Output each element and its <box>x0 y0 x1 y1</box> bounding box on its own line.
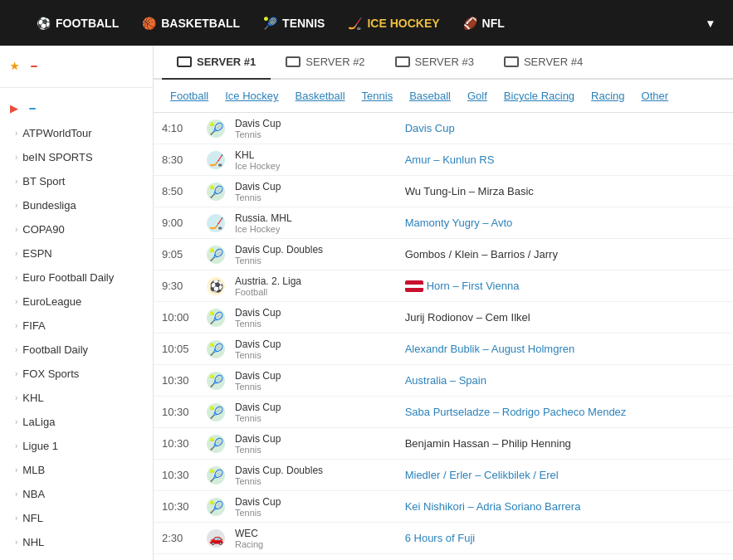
match-link[interactable]: Saba Purtseladze – Rodrigo Pacheco Mende… <box>405 406 627 418</box>
match-link[interactable]: Horn – First Vienna <box>427 280 520 292</box>
competition-name: KHL <box>235 149 392 161</box>
match-info: Miedler / Erler – Celikbilek / Erel <box>398 469 725 481</box>
nav-item-football[interactable]: ⚽FOOTBALL <box>25 0 130 46</box>
channel-label: Bundesliga <box>22 199 76 212</box>
sidebar-channel-euroleague[interactable]: ›EuroLeague <box>0 290 153 314</box>
channel-label: NHL <box>22 536 44 548</box>
sidebar-channel-euro-football-daily[interactable]: ›Euro Football Daily <box>0 265 153 290</box>
sport-ball-icon: ⚽ <box>207 277 225 295</box>
match-link[interactable]: Mamonty Yugry – Avto <box>405 217 513 229</box>
sport-icon-col: 🏒 <box>203 151 228 169</box>
match-info: Gombos / Klein – Barrios / Jarry <box>398 248 725 261</box>
sidebar-channel-laliga[interactable]: ›LaLiga <box>0 410 153 434</box>
sidebar-channel-fox-sports[interactable]: ›FOX Sports <box>0 362 153 386</box>
sport-filter-golf[interactable]: Golf <box>459 86 496 105</box>
server-tab-s4[interactable]: SERVER #4 <box>489 46 598 80</box>
match-link[interactable]: Kei Nishikori – Adria Soriano Barrera <box>405 500 581 513</box>
sport-type: Tennis <box>235 256 392 265</box>
match-text: Benjamin Hassan – Philip Henning <box>405 437 571 450</box>
competition-name: Austria. 2. Liga <box>235 275 392 287</box>
schedule-row: 10:30 🎾 Davis Cup Tennis Australia – Spa… <box>154 365 733 397</box>
sport-filter-bicycle-racing[interactable]: Bicycle Racing <box>496 86 583 105</box>
sport-ball-icon: 🎾 <box>207 183 225 201</box>
arrow-icon: › <box>15 393 17 402</box>
sport-filter-racing[interactable]: Racing <box>583 86 633 105</box>
competition-name: Davis Cup <box>235 433 392 445</box>
sidebar-channel-khl[interactable]: ›KHL <box>0 386 153 410</box>
channel-label: NBA <box>22 488 45 500</box>
schedule-row: 10:30 🎾 Davis Cup Tennis Saba Purtseladz… <box>154 397 733 428</box>
channel-label: LaLiga <box>22 416 55 428</box>
sport-ball-icon: 🎾 <box>207 246 225 264</box>
event-info: Davis Cup Tennis <box>228 370 398 392</box>
sidebar-channel-nhl[interactable]: ›NHL <box>0 530 153 554</box>
sport-ball-icon: 🎾 <box>207 340 225 358</box>
sidebar-channel-copa90[interactable]: ›COPA90 <box>0 217 153 241</box>
arrow-icon: › <box>15 465 17 475</box>
monitor-icon <box>286 56 301 67</box>
sidebar-channel-football-daily[interactable]: ›Football Daily <box>0 338 153 362</box>
sport-ball-icon: 🎾 <box>207 498 225 516</box>
sport-type: Tennis <box>235 476 392 486</box>
sport-filter-football[interactable]: Football <box>162 86 217 105</box>
sport-filter-tennis[interactable]: Tennis <box>354 86 402 105</box>
sport-type: Tennis <box>235 350 392 360</box>
nav-item-nfl[interactable]: 🏈NFL <box>452 0 516 46</box>
event-info: Davis Cup Tennis <box>228 338 398 360</box>
channel-label: beIN SPORTS <box>22 151 92 163</box>
nav-item-tennis[interactable]: 🎾TENNIS <box>252 0 336 46</box>
arrow-icon: › <box>15 201 17 210</box>
sidebar-channel-fifa[interactable]: ›FIFA <box>0 314 153 338</box>
sport-icon-col: 🎾 <box>203 246 228 264</box>
match-link[interactable]: Australia – Spain <box>405 374 486 387</box>
sport-type: Ice Hockey <box>235 224 392 234</box>
match-link[interactable]: 6 Hours of Fuji <box>405 532 476 544</box>
channel-label: Football Daily <box>22 343 88 356</box>
nav-label-tennis: TENNIS <box>282 17 325 30</box>
nav-label-ice-hockey: ICE HOCKEY <box>367 17 439 30</box>
sidebar-channel-bein-sports[interactable]: ›beIN SPORTS <box>0 145 153 169</box>
match-info: Jurij Rodionov – Cem Ilkel <box>398 311 725 324</box>
server-tab-label: SERVER #2 <box>305 56 364 68</box>
event-time: 2:30 <box>162 532 203 544</box>
sport-type: Racing <box>235 539 392 549</box>
match-link[interactable]: Amur – Kunlun RS <box>405 153 495 166</box>
sport-filter-ice-hockey[interactable]: Ice Hockey <box>217 86 286 105</box>
match-link[interactable]: Alexandr Bublik – August Holmgren <box>405 343 575 355</box>
match-link[interactable]: Miedler / Erler – Celikbilek / Erel <box>405 469 559 481</box>
more-menu-button[interactable]: ▾ <box>692 0 725 46</box>
server-tab-s3[interactable]: SERVER #3 <box>380 46 489 80</box>
sidebar-channel-bt-sport[interactable]: ›BT Sport <box>0 169 153 193</box>
match-info: Horn – First Vienna <box>398 280 725 293</box>
sport-icon-col: 🎾 <box>203 119 228 138</box>
schedule-row: 8:50 🎾 Davis Cup Tennis Wu Tung-Lin – Mi… <box>154 176 733 207</box>
schedule-row: 10:30 🎾 Davis Cup. Doubles Tennis Miedle… <box>154 460 733 491</box>
nav-menu: ⚽FOOTBALL🏀BASKETBALL🎾TENNIS🏒ICE HOCKEY🏈N… <box>25 0 692 46</box>
event-time: 8:30 <box>162 153 203 166</box>
sidebar-channel-atpworldtour[interactable]: ›ATPWorldTour <box>0 121 153 145</box>
channel-label: Ligue 1 <box>22 440 58 452</box>
server-tab-s2[interactable]: SERVER #2 <box>271 46 379 80</box>
sidebar-channel-bundesliga[interactable]: ›Bundesliga <box>0 193 153 217</box>
sidebar-channel-nfl[interactable]: ›NFL <box>0 506 153 530</box>
arrow-icon: › <box>15 225 17 234</box>
sidebar-channel-mlb[interactable]: ›MLB <box>0 458 153 482</box>
sport-ball-icon: 🎾 <box>207 435 225 453</box>
sport-filter-basketball[interactable]: Basketball <box>287 86 354 105</box>
event-info: Austria. 2. Liga Football <box>228 275 398 297</box>
channel-list: ›ATPWorldTour›beIN SPORTS›BT Sport›Bunde… <box>0 121 153 554</box>
sidebar-channel-ligue-1[interactable]: ›Ligue 1 <box>0 434 153 458</box>
sidebar-channel-espn[interactable]: ›ESPN <box>0 241 153 265</box>
schedule-row: 4:10 🎾 Davis Cup Tennis Davis Cup <box>154 113 733 144</box>
nav-item-ice-hockey[interactable]: 🏒ICE HOCKEY <box>336 0 451 46</box>
sport-filter-baseball[interactable]: Baseball <box>401 86 459 105</box>
sidebar-channel-nba[interactable]: ›NBA <box>0 482 153 506</box>
sport-ball-icon: 🎾 <box>207 466 225 485</box>
server-tab-s1[interactable]: SERVER #1 <box>162 46 271 80</box>
arrow-icon: › <box>15 177 17 186</box>
channel-label: BT Sport <box>22 175 65 187</box>
sport-filter-other[interactable]: Other <box>633 86 677 105</box>
highlights-badge <box>31 66 37 67</box>
nav-item-basketball[interactable]: 🏀BASKETBALL <box>130 0 252 46</box>
match-link[interactable]: Davis Cup <box>405 122 455 134</box>
